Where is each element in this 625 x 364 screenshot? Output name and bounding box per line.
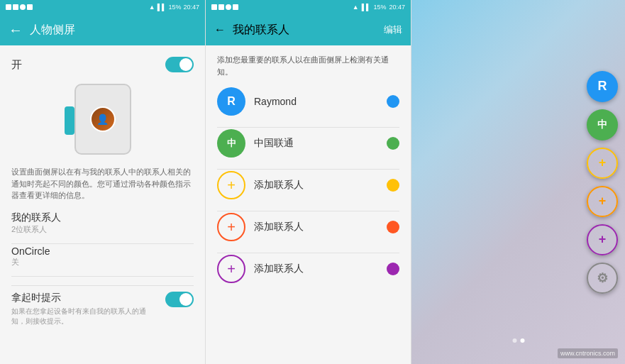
pickup-text-block: 拿起时提示 如果在您拿起设备时有来自我的联系人的通知，则接收提示。: [11, 292, 165, 326]
watermark-text: www.cntronics.com: [558, 348, 618, 358]
back-button-2[interactable]: ←: [214, 23, 226, 36]
status-right-2: ▲ ▌▌ 15% 20:47: [353, 4, 405, 11]
raymond-avatar: R: [217, 87, 245, 116]
unicom-color-dot[interactable]: [387, 137, 399, 150]
side-icon-raymond[interactable]: R: [587, 71, 618, 102]
contacts-description: 添加您最重要的联系人以在曲面侧屏上检测有关通知。: [217, 54, 399, 77]
unicom-name: 中国联通: [254, 137, 294, 150]
side-icon-add3[interactable]: +: [587, 224, 618, 255]
wifi-icon: ▲: [149, 4, 155, 11]
side-icon-add1[interactable]: +: [587, 148, 618, 179]
pickup-title: 拿起时提示: [11, 292, 158, 304]
raymond-name: Raymond: [254, 96, 297, 107]
my-contacts-count: 2位联系人: [11, 224, 194, 235]
panel-my-contacts: ▲ ▌▌ 15% 20:47 ← 我的联系人 编辑 添加您最重要的联系人以在曲面…: [206, 0, 411, 364]
add-contact-row-3[interactable]: + 添加联系人: [217, 255, 399, 283]
edit-button[interactable]: 编辑: [384, 23, 402, 36]
status-bar-2: ▲ ▌▌ 15% 20:47: [206, 0, 411, 14]
oncircle-section[interactable]: OnCircle 关: [11, 246, 194, 268]
status-bar-1: ▲ ▌▌ 15% 20:47: [0, 0, 205, 14]
time-display-2: 20:47: [389, 4, 405, 11]
wifi-icon-2: ▲: [353, 4, 359, 11]
divider-c4: [217, 253, 399, 253]
add-contact-name-2: 添加联系人: [254, 221, 304, 233]
add-contact-left-3: + 添加联系人: [217, 255, 304, 283]
panel-side-edge: R 中 + + + ⚙ www.cntronics.com: [411, 0, 625, 364]
feature-description: 设置曲面侧屏以在有与我的联系人中的联系人相关的通知时亮起不同的颜色。您可通过滑动…: [11, 166, 194, 202]
add-contact-avatar-1[interactable]: +: [217, 171, 245, 199]
contact-left-unicom: 中 中国联通: [217, 129, 294, 158]
app-bar-1: ← 人物侧屏: [0, 14, 205, 45]
pickup-description: 如果在您拿起设备时有来自我的联系人的通知，则接收提示。: [11, 307, 158, 326]
status-icons-left: [6, 4, 33, 10]
side-icon-list: R 中 + + + ⚙: [587, 71, 618, 294]
pickup-toggle[interactable]: [165, 292, 194, 307]
pickup-hint-row: 拿起时提示 如果在您拿起设备时有来自我的联系人的通知，则接收提示。: [11, 285, 194, 326]
raymond-color-dot[interactable]: [387, 95, 399, 108]
dot-2: [520, 338, 524, 343]
add-contact-name-3: 添加联系人: [254, 263, 304, 275]
phone-illustration: 👤: [11, 84, 194, 155]
side-icon-settings[interactable]: ⚙: [587, 263, 618, 294]
add-contact-name-1: 添加联系人: [254, 179, 304, 192]
oncircle-status: 关: [11, 257, 194, 268]
signal-icon: ▌▌: [157, 4, 167, 11]
side-icon-add2[interactable]: +: [587, 186, 618, 217]
divider-2: [11, 276, 194, 277]
notification-icons-2: [211, 4, 238, 10]
add-contact-dot-3[interactable]: [387, 263, 399, 275]
battery-text-2: 15%: [373, 4, 386, 11]
app-bar-2: ← 我的联系人 编辑: [206, 14, 411, 45]
add-contact-left-2: + 添加联系人: [217, 213, 304, 241]
time-display-1: 20:47: [183, 4, 199, 11]
page-title-2: 我的联系人: [233, 23, 289, 38]
contact-row-raymond[interactable]: R Raymond: [217, 87, 399, 116]
contact-avatar-illustration: 👤: [90, 106, 116, 132]
divider-c3: [217, 211, 399, 211]
side-icon-unicom[interactable]: 中: [587, 109, 618, 140]
divider-c1: [217, 127, 399, 128]
panel2-content: 添加您最重要的联系人以在曲面侧屏上检测有关通知。 R Raymond 中 中国联…: [206, 45, 411, 364]
divider-1: [11, 243, 194, 244]
add-contact-left-1: + 添加联系人: [217, 171, 304, 199]
panel1-content: 开 👤 设置曲面侧屏以在有与我的联系人中的联系人相关的通知时亮起不同的颜色。您可…: [0, 45, 205, 364]
add-contact-row-1[interactable]: + 添加联系人: [217, 171, 399, 199]
back-button-1[interactable]: ←: [9, 22, 23, 38]
notification-icons: [6, 4, 33, 10]
main-toggle-row: 开: [11, 57, 194, 72]
add-contact-avatar-2[interactable]: +: [217, 213, 245, 241]
add-contact-avatar-3[interactable]: +: [217, 255, 245, 283]
page-title-1: 人物侧屏: [30, 23, 75, 38]
main-toggle[interactable]: [165, 57, 194, 72]
add-contact-dot-1[interactable]: [387, 179, 399, 192]
battery-icon: 15%: [168, 4, 181, 11]
phone-graphic: 👤: [74, 84, 131, 155]
oncircle-label: OnCircle: [11, 246, 194, 257]
my-contacts-label: 我的联系人: [11, 211, 194, 224]
panel-people-edge: ▲ ▌▌ 15% 20:47 ← 人物侧屏 开 👤 设置曲面侧屏以在有与我的联系…: [0, 0, 206, 364]
contact-row-china-unicom[interactable]: 中 中国联通: [217, 129, 399, 158]
add-contact-dot-2[interactable]: [387, 221, 399, 233]
unicom-avatar: 中: [217, 129, 245, 158]
app-bar-left-2: ← 我的联系人: [214, 23, 289, 38]
divider-c2: [217, 169, 399, 170]
dot-1: [512, 338, 516, 343]
status-right-1: ▲ ▌▌ 15% 20:47: [149, 4, 199, 11]
contact-left-raymond: R Raymond: [217, 87, 297, 116]
signal-icon-2: ▌▌: [362, 4, 371, 11]
toggle-label: 开: [11, 58, 22, 72]
add-contact-row-2[interactable]: + 添加联系人: [217, 213, 399, 241]
page-dots: [512, 338, 524, 343]
my-contacts-section[interactable]: 我的联系人 2位联系人: [11, 211, 194, 235]
